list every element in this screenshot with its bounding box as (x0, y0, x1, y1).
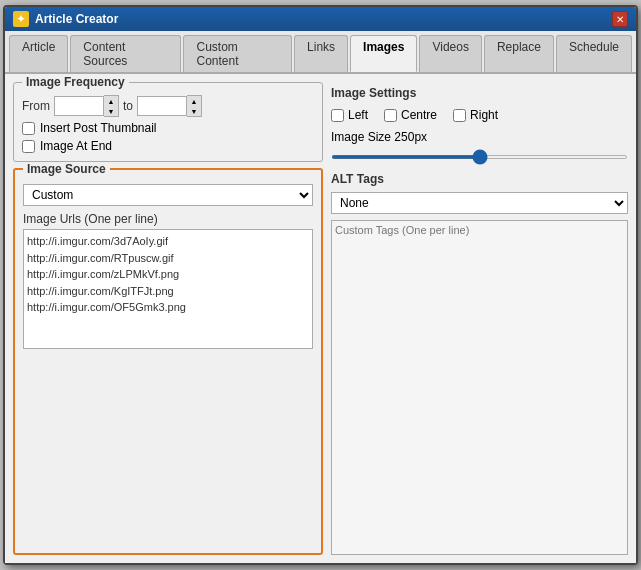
from-input[interactable]: 0 (54, 96, 104, 116)
tab-article[interactable]: Article (9, 35, 68, 72)
main-window: ✦ Article Creator ✕ Article Content Sour… (3, 5, 638, 565)
url-textarea[interactable]: http://i.imgur.com/3d7AoIy.gif http://i.… (23, 229, 313, 349)
tab-videos[interactable]: Videos (419, 35, 481, 72)
image-frequency-group: Image Frequency From 0 ▲ ▼ to 0 ▲ (13, 82, 323, 162)
tab-schedule[interactable]: Schedule (556, 35, 632, 72)
to-label: to (123, 99, 133, 113)
tab-replace[interactable]: Replace (484, 35, 554, 72)
image-size-label: Image Size 250px (331, 130, 427, 144)
freq-row: From 0 ▲ ▼ to 0 ▲ ▼ (22, 95, 314, 117)
slider-container (331, 148, 628, 162)
tab-custom-content[interactable]: Custom Content (183, 35, 292, 72)
from-label: From (22, 99, 50, 113)
align-centre-item: Centre (384, 108, 437, 122)
app-icon: ✦ (13, 11, 29, 27)
image-size-slider[interactable] (331, 155, 628, 159)
align-row: Left Centre Right (331, 108, 628, 122)
url-label: Image Urls (One per line) (23, 212, 313, 226)
left-panel: Image Frequency From 0 ▲ ▼ to 0 ▲ (13, 82, 323, 555)
from-down-btn[interactable]: ▼ (104, 106, 118, 116)
image-at-end-checkbox[interactable] (22, 140, 35, 153)
from-up-btn[interactable]: ▲ (104, 96, 118, 106)
image-at-end-label: Image At End (40, 139, 112, 153)
tab-content-sources[interactable]: Content Sources (70, 35, 181, 72)
align-centre-checkbox[interactable] (384, 109, 397, 122)
align-right-item: Right (453, 108, 498, 122)
image-source-title: Image Source (23, 162, 110, 176)
alt-tags-section: ALT Tags None Post Title Custom (331, 172, 628, 555)
image-source-group: Image Source Custom Google Images Flickr… (13, 168, 323, 555)
close-button[interactable]: ✕ (612, 11, 628, 27)
align-right-checkbox[interactable] (453, 109, 466, 122)
titlebar: ✦ Article Creator ✕ (5, 7, 636, 31)
titlebar-left: ✦ Article Creator (13, 11, 118, 27)
image-settings-section: Image Settings Left Centre Right (331, 82, 628, 166)
image-settings-header: Image Settings (331, 86, 628, 100)
to-spinner-btns: ▲ ▼ (187, 95, 202, 117)
to-up-btn[interactable]: ▲ (187, 96, 201, 106)
alt-dropdown-container: None Post Title Custom (331, 192, 628, 214)
image-frequency-title: Image Frequency (22, 75, 129, 89)
insert-post-thumbnail-row: Insert Post Thumbnail (22, 121, 314, 135)
align-left-checkbox[interactable] (331, 109, 344, 122)
window-title: Article Creator (35, 12, 118, 26)
insert-post-thumbnail-checkbox[interactable] (22, 122, 35, 135)
tab-images[interactable]: Images (350, 35, 417, 72)
to-down-btn[interactable]: ▼ (187, 106, 201, 116)
from-spinner: 0 ▲ ▼ (54, 95, 119, 117)
image-source-dropdown[interactable]: Custom Google Images Flickr Bing Images (23, 184, 313, 206)
alt-tags-dropdown[interactable]: None Post Title Custom (331, 192, 628, 214)
image-at-end-row: Image At End (22, 139, 314, 153)
insert-post-thumbnail-label: Insert Post Thumbnail (40, 121, 157, 135)
content-area: Image Frequency From 0 ▲ ▼ to 0 ▲ (5, 74, 636, 563)
align-left-item: Left (331, 108, 368, 122)
right-panel: Image Settings Left Centre Right (331, 82, 628, 555)
align-centre-label: Centre (401, 108, 437, 122)
to-spinner: 0 ▲ ▼ (137, 95, 202, 117)
tabs-bar: Article Content Sources Custom Content L… (5, 31, 636, 74)
tab-links[interactable]: Links (294, 35, 348, 72)
alt-custom-tags-textarea[interactable] (331, 220, 628, 555)
align-left-label: Left (348, 108, 368, 122)
alt-tags-header: ALT Tags (331, 172, 628, 186)
from-spinner-btns: ▲ ▼ (104, 95, 119, 117)
to-input[interactable]: 0 (137, 96, 187, 116)
image-source-dropdown-container: Custom Google Images Flickr Bing Images (23, 184, 313, 206)
image-size-row: Image Size 250px (331, 130, 628, 144)
align-right-label: Right (470, 108, 498, 122)
